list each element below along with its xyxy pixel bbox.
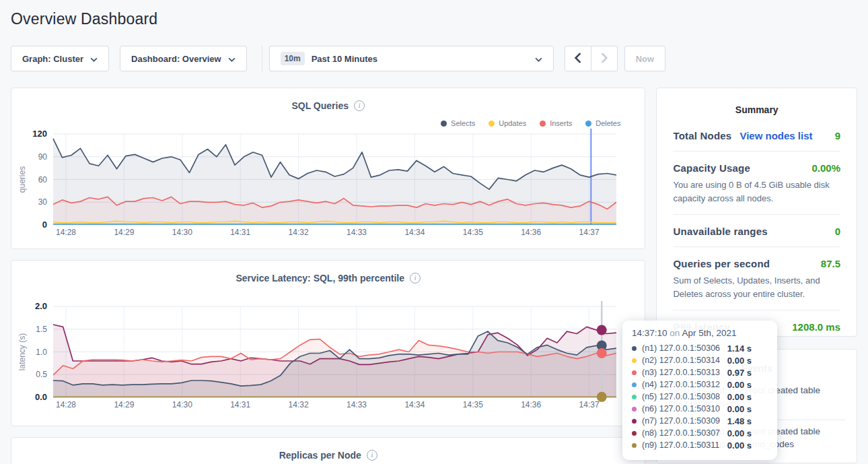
replicas-chart-title-row: Replicas per Node i — [11, 450, 645, 461]
time-next-button[interactable] — [591, 46, 618, 71]
service-latency-chart-card: Service Latency: SQL, 99th percentile i … — [11, 260, 645, 426]
chevron-down-icon — [228, 54, 236, 64]
tooltip-timestamp: 14:37:10 on Apr 5th, 2021 — [632, 328, 768, 338]
node-address: (n3) 127.0.0.1:50313 — [642, 368, 720, 377]
node-latency-value: 0.97 s — [727, 368, 768, 378]
node-latency-value: 0.00 s — [727, 380, 768, 390]
svg-text:14:35: 14:35 — [463, 400, 483, 409]
toolbar-divider — [262, 46, 262, 71]
time-range-selector[interactable]: 10m Past 10 Minutes — [269, 46, 554, 71]
sql-queries-chart-card: SQL Queries i SelectsUpdatesInsertsDelet… — [11, 88, 645, 249]
summary-row-unavailable-ranges: Unavailable ranges 0 — [673, 215, 840, 247]
node-series-dot — [632, 358, 637, 363]
svg-text:14:28: 14:28 — [56, 228, 76, 237]
sql-queries-plot[interactable]: 14:2814:2914:3014:3114:3214:3314:3414:35… — [11, 88, 646, 242]
summary-panel: Summary Total Nodes View nodes list 9 Ca… — [656, 88, 857, 337]
summary-label: Queries per second — [673, 258, 770, 269]
node-latency-value: 0.00 s — [727, 404, 768, 414]
time-prev-button[interactable] — [565, 46, 591, 71]
chevron-down-icon — [535, 54, 542, 64]
summary-value: 0 — [835, 226, 840, 237]
dashboard-label: Dashboard: Overview — [131, 54, 221, 64]
now-button[interactable]: Now — [624, 46, 665, 71]
svg-text:14:34: 14:34 — [404, 228, 425, 237]
summary-label: Unavailable ranges — [673, 226, 767, 237]
node-series-dot — [632, 370, 637, 375]
node-address: (n1) 127.0.0.1:50306 — [642, 343, 720, 353]
charts-column: SQL Queries i SelectsUpdatesInsertsDelet… — [11, 88, 645, 464]
svg-text:30: 30 — [38, 197, 48, 207]
summary-value: 1208.0 ms — [792, 321, 840, 333]
svg-text:0.5: 0.5 — [36, 370, 47, 379]
node-address: (n2) 127.0.0.1:50314 — [642, 356, 720, 365]
summary-title: Summary — [673, 104, 840, 115]
svg-text:14:30: 14:30 — [172, 228, 192, 237]
svg-text:14:32: 14:32 — [289, 228, 309, 237]
summary-label: Total Nodes — [673, 130, 731, 141]
chevron-left-icon — [575, 53, 581, 65]
svg-text:latency (s): latency (s) — [17, 333, 27, 370]
svg-text:14:28: 14:28 — [56, 400, 76, 409]
page-title: Overview Dashboard — [11, 0, 857, 28]
node-latency-value: 0.00 s — [727, 356, 768, 366]
svg-text:1.0: 1.0 — [36, 347, 47, 357]
node-latency-value: 0.00 s — [727, 428, 768, 438]
tooltip-node-row: (n3) 127.0.0.1:503130.97 s — [632, 366, 768, 378]
tooltip-node-row: (n6) 127.0.0.1:503100.00 s — [632, 403, 768, 415]
node-latency-value: 0.00 s — [727, 392, 768, 402]
tooltip-node-row: (n2) 127.0.0.1:503140.00 s — [632, 354, 768, 366]
svg-text:0: 0 — [42, 220, 47, 230]
summary-label: Capacity Usage — [673, 162, 750, 174]
graph-scope-label: Graph: Cluster — [22, 54, 83, 64]
svg-text:14:31: 14:31 — [230, 228, 250, 237]
chevron-right-icon — [601, 53, 608, 65]
svg-text:14:33: 14:33 — [347, 228, 367, 237]
node-series-dot — [632, 431, 637, 436]
time-nav — [565, 46, 618, 71]
summary-row-qps: Queries per second 87.5 Sum of Selects, … — [673, 247, 840, 310]
dashboard-dropdown[interactable]: Dashboard: Overview — [120, 46, 247, 71]
svg-text:90: 90 — [38, 152, 48, 162]
summary-desc: Sum of Selects, Updates, Inserts, and De… — [673, 274, 840, 300]
node-address: (n5) 127.0.0.1:50308 — [642, 392, 720, 401]
node-latency-value: 0.00 s — [727, 440, 768, 451]
view-nodes-list-link[interactable]: View nodes list — [739, 130, 812, 141]
info-icon[interactable]: i — [367, 450, 377, 461]
chart-hover-tooltip: 14:37:10 on Apr 5th, 2021 (n1) 127.0.0.1… — [622, 321, 777, 460]
tooltip-rows: (n1) 127.0.0.1:503061.14 s(n2) 127.0.0.1… — [632, 342, 768, 451]
time-range-badge: 10m — [281, 52, 305, 65]
svg-text:14:30: 14:30 — [172, 400, 192, 409]
svg-text:14:36: 14:36 — [521, 228, 541, 237]
svg-text:2.0: 2.0 — [35, 301, 47, 311]
node-address: (n6) 127.0.0.1:50310 — [642, 404, 720, 413]
chevron-down-icon — [90, 54, 98, 64]
svg-text:queries: queries — [17, 166, 27, 193]
node-series-dot — [632, 407, 637, 411]
node-address: (n4) 127.0.0.1:50312 — [642, 380, 720, 389]
svg-text:14:32: 14:32 — [289, 400, 309, 409]
node-latency-value: 1.14 s — [727, 343, 768, 354]
summary-desc: You are using 0 B of 4.5 GiB usable disk… — [673, 178, 840, 205]
node-series-dot — [632, 383, 637, 387]
tooltip-node-row: (n7) 127.0.0.1:503091.48 s — [632, 415, 768, 427]
svg-text:14:33: 14:33 — [347, 400, 367, 409]
toolbar: Graph: Cluster Dashboard: Overview 10m P… — [11, 46, 857, 71]
node-address: (n7) 127.0.0.1:50309 — [642, 416, 720, 426]
node-series-dot — [632, 346, 637, 351]
graph-scope-dropdown[interactable]: Graph: Cluster — [11, 46, 109, 71]
svg-text:120: 120 — [32, 129, 47, 139]
svg-text:14:36: 14:36 — [521, 400, 541, 409]
summary-value: 87.5 — [821, 258, 840, 269]
node-series-dot — [632, 443, 637, 448]
svg-text:14:29: 14:29 — [114, 228, 134, 237]
service-latency-plot[interactable]: 14:2814:2914:3014:3114:3214:3314:3414:35… — [11, 261, 646, 414]
svg-text:14:37: 14:37 — [579, 400, 600, 409]
summary-value: 0.00% — [811, 162, 840, 174]
tooltip-node-row: (n9) 127.0.0.1:503110.00 s — [632, 439, 768, 451]
replicas-per-node-chart-card: Replicas per Node i — [11, 437, 645, 464]
node-address: (n9) 127.0.0.1:50311 — [642, 440, 719, 450]
svg-text:60: 60 — [38, 175, 48, 185]
svg-text:1.5: 1.5 — [36, 325, 47, 334]
node-series-dot — [632, 395, 637, 399]
tooltip-node-row: (n4) 127.0.0.1:503120.00 s — [632, 378, 768, 391]
